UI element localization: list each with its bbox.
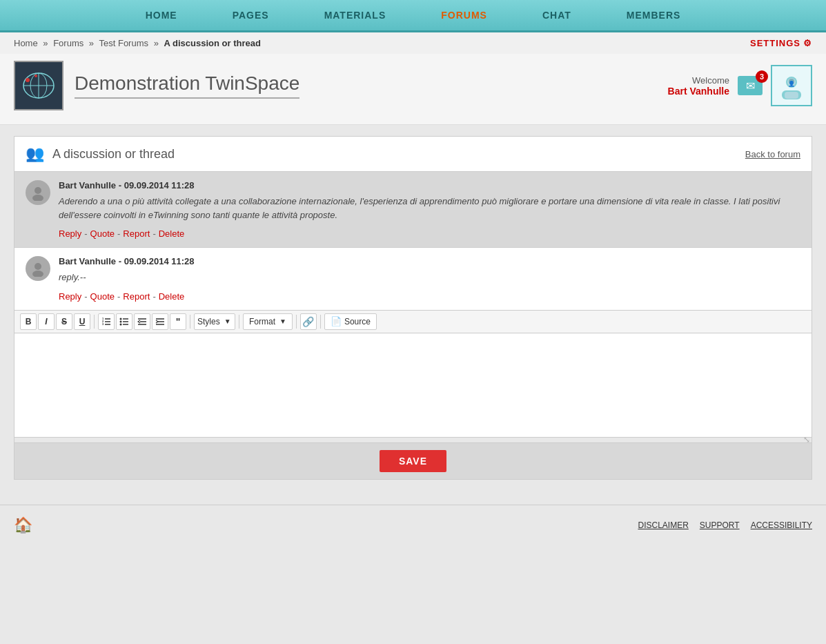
svg-point-5: [26, 78, 30, 82]
post-actions-2: Reply - Quote - Report - Delete: [59, 291, 800, 302]
styles-chevron-icon: ▼: [224, 318, 231, 325]
save-button[interactable]: SAVE: [380, 450, 446, 472]
styles-label: Styles: [197, 317, 220, 326]
main-content: 👥 A discussion or thread Back to forum B…: [0, 125, 826, 491]
message-icon[interactable]: ✉ 3: [738, 76, 763, 95]
styles-dropdown[interactable]: Styles ▼: [194, 313, 235, 330]
toolbar-sep-4: [296, 315, 297, 329]
post-delete-1[interactable]: Delete: [159, 228, 185, 239]
back-to-forum-link[interactable]: Back to forum: [745, 149, 800, 159]
settings-label: SETTINGS: [750, 38, 800, 48]
site-title: Demonstration TwinSpace: [75, 72, 299, 99]
format-chevron-icon: ▼: [279, 318, 286, 325]
breadcrumb-current: A discussion or thread: [164, 38, 260, 48]
breadcrumb-test-forums[interactable]: Test Forums: [99, 38, 148, 48]
thread-header: 👥 A discussion or thread Back to forum: [14, 136, 812, 172]
breadcrumb-sep-3: »: [154, 38, 159, 48]
resize-icon: ⤡: [803, 435, 810, 445]
sep2: -: [117, 228, 120, 239]
user-area: Welcome Bart Vanhulle ✉ 3 👤: [668, 65, 812, 106]
post-quote-1[interactable]: Quote: [90, 228, 115, 239]
indent-button[interactable]: [152, 313, 168, 330]
source-button[interactable]: 📄 Source: [324, 313, 377, 330]
forum-users-icon: 👥: [26, 145, 44, 163]
post-date-sep-2: -: [119, 256, 124, 266]
italic-button[interactable]: I: [38, 313, 55, 330]
post-report-1[interactable]: Report: [123, 228, 150, 239]
blockquote-button[interactable]: ": [170, 313, 186, 330]
breadcrumb-forums[interactable]: Forums: [53, 38, 83, 48]
editor-toolbar: B I S U 123 " Styles ▼: [14, 311, 812, 333]
post-reply-1[interactable]: Reply: [59, 228, 81, 239]
breadcrumb-sep-1: »: [43, 38, 48, 48]
editor-content[interactable]: [14, 333, 812, 437]
svg-point-16: [32, 271, 43, 277]
sep6: -: [153, 291, 155, 302]
ordered-list-button[interactable]: 123: [98, 313, 115, 330]
post-header-1: Bart Vanhulle - 09.09.2014 11:28 Aderend…: [26, 180, 800, 239]
welcome-text: Welcome Bart Vanhulle: [668, 75, 729, 97]
post-avatar-2: [26, 256, 50, 281]
svg-point-26: [120, 318, 122, 320]
settings-gear-icon: ⚙: [803, 38, 812, 48]
post-text-2: reply.--: [59, 271, 800, 284]
svg-point-14: [32, 195, 43, 201]
source-label: Source: [344, 317, 371, 326]
nav-home[interactable]: HOME: [118, 0, 205, 30]
post-item-1: Bart Vanhulle - 09.09.2014 11:28 Aderend…: [14, 172, 812, 248]
footer-accessibility[interactable]: ACCESSIBILITY: [751, 520, 812, 530]
post-meta-2: Bart Vanhulle - 09.09.2014 11:28: [59, 256, 800, 266]
link-button[interactable]: 🔗: [300, 313, 317, 330]
post-content-1: Bart Vanhulle - 09.09.2014 11:28 Aderend…: [59, 180, 800, 239]
format-label: Format: [249, 317, 275, 326]
home-icon[interactable]: 🏠: [14, 516, 32, 534]
bold-button[interactable]: B: [20, 313, 37, 330]
footer: 🏠 DISCLAIMER SUPPORT ACCESSIBILITY: [0, 505, 826, 545]
post-date-sep-1: -: [119, 180, 124, 191]
svg-text:3: 3: [102, 322, 104, 326]
post-meta-1: Bart Vanhulle - 09.09.2014 11:28: [59, 180, 800, 191]
footer-support[interactable]: SUPPORT: [700, 520, 740, 530]
nav-chat[interactable]: CHAT: [515, 0, 599, 30]
toolbar-sep-2: [190, 315, 190, 329]
title-bar: Demonstration TwinSpace Welcome Bart Van…: [0, 54, 826, 125]
footer-disclaimer[interactable]: DISCLAIMER: [638, 520, 688, 530]
outdent-button[interactable]: [134, 313, 150, 330]
post-actions-1: Reply - Quote - Report - Delete: [59, 228, 800, 239]
breadcrumb-sep-2: »: [89, 38, 94, 48]
post-reply-2[interactable]: Reply: [59, 291, 81, 302]
svg-point-6: [35, 75, 37, 77]
svg-point-13: [35, 187, 41, 194]
nav-materials[interactable]: MATERIALS: [297, 0, 414, 30]
post-content-2: Bart Vanhulle - 09.09.2014 11:28 reply.-…: [59, 256, 800, 302]
post-author-2: Bart Vanhulle: [59, 256, 116, 266]
settings-link[interactable]: SETTINGS ⚙: [750, 38, 812, 48]
strikethrough-button[interactable]: S: [56, 313, 72, 330]
source-file-icon: 📄: [331, 316, 342, 326]
welcome-label: Welcome: [668, 75, 729, 86]
post-quote-2[interactable]: Quote: [90, 291, 115, 302]
avatar[interactable]: 👤: [771, 65, 812, 106]
footer-links: DISCLAIMER SUPPORT ACCESSIBILITY: [638, 520, 812, 530]
nav-members[interactable]: MEMBERS: [599, 0, 709, 30]
unordered-list-button[interactable]: [116, 313, 132, 330]
thread-title: A discussion or thread: [52, 147, 175, 162]
post-avatar-1: [26, 180, 50, 205]
post-delete-2[interactable]: Delete: [159, 291, 185, 302]
underline-button[interactable]: U: [74, 313, 90, 330]
nav-pages[interactable]: PAGES: [205, 0, 297, 30]
editor-resize-handle[interactable]: ⤡: [14, 437, 812, 442]
top-navigation: HOME PAGES MATERIALS FORUMS CHAT MEMBERS: [0, 0, 826, 32]
format-dropdown[interactable]: Format ▼: [243, 313, 293, 330]
nav-forums[interactable]: FORUMS: [413, 0, 515, 30]
toolbar-sep-1: [94, 315, 95, 329]
save-bar: SAVE: [14, 443, 812, 480]
message-badge: 3: [756, 70, 768, 83]
svg-point-28: [120, 323, 122, 325]
editor-container: B I S U 123 " Styles ▼: [14, 311, 812, 443]
post-report-2[interactable]: Report: [123, 291, 150, 302]
svg-text:👤: 👤: [788, 80, 795, 87]
toolbar-sep-5: [320, 315, 321, 329]
post-date-2: 09.09.2014 11:28: [124, 256, 195, 266]
breadcrumb-home[interactable]: Home: [14, 38, 38, 48]
